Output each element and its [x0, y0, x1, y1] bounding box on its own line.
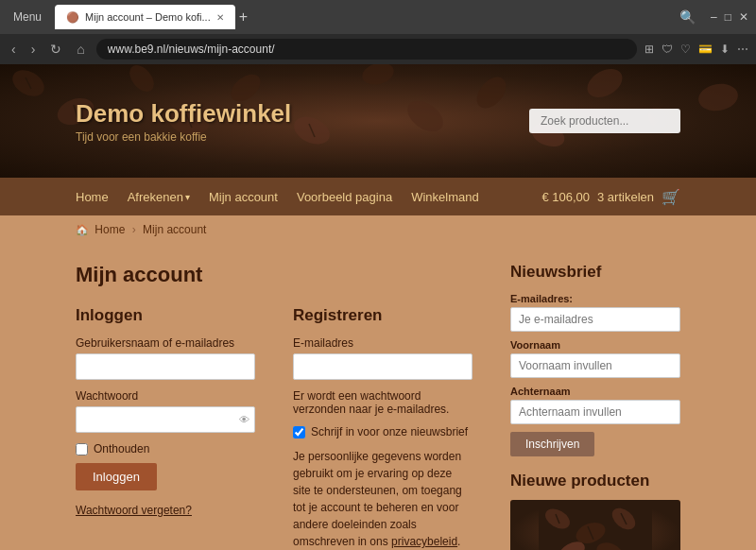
nav-mijn-account[interactable]: Mijn account: [209, 186, 278, 208]
cart-count: 3 artikelen: [597, 190, 654, 204]
search-button[interactable]: 🔍: [679, 9, 696, 25]
privacy-text-content: Je persoonlijke gegevens worden gebruikt…: [293, 450, 462, 548]
extensions-icon: ⊞: [644, 43, 654, 56]
password-label: Wachtwoord: [76, 389, 255, 403]
remember-checkbox[interactable]: [76, 443, 88, 455]
forgot-password-link[interactable]: Wachtwoord vergeten?: [76, 504, 255, 517]
breadcrumb-current: Mijn account: [143, 223, 206, 236]
nav-links: Home Afrekenen Mijn account Voorbeeld pa…: [76, 186, 479, 208]
nav-winkelmand[interactable]: Winkelmand: [411, 186, 479, 208]
sidebar-lastname-input[interactable]: [510, 400, 680, 424]
browser-controls: 🔍: [679, 9, 696, 25]
login-section: Inloggen Gebruikersnaam of e-mailadres W…: [76, 306, 255, 550]
window-controls: – □ ✕: [711, 10, 748, 24]
nav-home[interactable]: Home: [76, 186, 109, 208]
password-toggle-icon[interactable]: 👁: [239, 414, 249, 425]
svg-point-12: [696, 81, 740, 114]
back-button[interactable]: ‹: [8, 40, 20, 59]
register-email-label: E-mailadres: [293, 336, 472, 350]
privacy-text: Je persoonlijke gegevens worden gebruikt…: [293, 448, 472, 550]
maximize-button[interactable]: □: [725, 10, 731, 24]
active-tab[interactable]: 🟤 Mijn account – Demo kofi... ✕: [55, 5, 235, 29]
breadcrumb-separator: ›: [132, 223, 139, 236]
register-title: Registreren: [293, 306, 472, 325]
nav-voorbeeld[interactable]: Voorbeeld pagina: [297, 186, 392, 208]
newsletter-label: Schrijf in voor onze nieuwsbrief: [311, 425, 468, 438]
product-search-input[interactable]: [529, 109, 680, 133]
tab-bar: 🟤 Mijn account – Demo kofi... ✕ +: [55, 5, 672, 29]
password-field-group: Wachtwoord 👁: [76, 389, 255, 433]
hero-section: Demo koffiewinkel Tijd voor een bakkie k…: [0, 64, 756, 178]
tab-title: Mijn account – Demo kofi...: [85, 11, 211, 23]
privacy-link[interactable]: privacybeleid: [391, 535, 457, 548]
home-nav-button[interactable]: ⌂: [73, 40, 88, 59]
register-email-input[interactable]: [293, 353, 472, 380]
shield-icon: 🛡: [662, 43, 673, 56]
address-input[interactable]: [96, 39, 637, 60]
svg-point-7: [402, 95, 448, 137]
heart-icon: ♡: [680, 43, 691, 56]
remember-checkbox-row: Onthouden: [76, 442, 255, 455]
login-title: Inloggen: [76, 306, 255, 325]
newsletter-title: Nieuwsbrief: [510, 263, 680, 282]
product-image: [510, 500, 680, 550]
nav-afrekenen[interactable]: Afrekenen: [128, 186, 190, 208]
toolbar-icons: ⊞ 🛡 ♡ 💳 ⬇ ⋯: [644, 43, 748, 56]
left-column: Mijn account Inloggen Gebruikersnaam of …: [76, 263, 472, 550]
remember-label: Onthouden: [94, 442, 149, 455]
close-button[interactable]: ✕: [739, 10, 748, 24]
tab-favicon: 🟤: [66, 11, 79, 24]
subscribe-button[interactable]: Inschrijven: [510, 432, 594, 456]
refresh-button[interactable]: ↻: [46, 40, 65, 59]
forward-button[interactable]: ›: [27, 40, 40, 59]
main-content: Mijn account Inloggen Gebruikersnaam of …: [0, 244, 756, 550]
browser-chrome: Menu 🟤 Mijn account – Demo kofi... ✕ + 🔍…: [0, 0, 756, 34]
product-beans-svg: [539, 500, 652, 550]
password-wrapper: 👁: [76, 406, 255, 433]
breadcrumb-home[interactable]: Home: [94, 223, 125, 236]
sidebar-firstname-input[interactable]: [510, 353, 680, 378]
shop-title: Demo koffiewinkel: [76, 99, 291, 129]
register-email-group: E-mailadres: [293, 336, 472, 380]
register-section: Registreren E-mailadres Er wordt een wac…: [293, 306, 472, 550]
newsletter-checkbox-row: Schrijf in voor onze nieuwsbrief: [293, 425, 472, 438]
shop-subtitle: Tijd voor een bakkie koffie: [76, 130, 291, 144]
sidebar-email-input[interactable]: [510, 307, 680, 332]
login-button[interactable]: Inloggen: [76, 463, 157, 490]
nav-bar: Home Afrekenen Mijn account Voorbeeld pa…: [0, 178, 756, 215]
browser-menu-button[interactable]: Menu: [8, 9, 47, 26]
minimize-button[interactable]: –: [711, 10, 717, 24]
new-products-section: Nieuwe producten Nieuw! Koff: [510, 472, 680, 550]
download-icon: ⬇: [720, 43, 730, 56]
search-box: [529, 109, 680, 133]
cart-area[interactable]: € 106,00 3 artikelen 🛒: [541, 188, 680, 206]
username-field-group: Gebruikersnaam of e-mailadres: [76, 336, 255, 380]
new-products-title: Nieuwe producten: [510, 472, 680, 490]
right-sidebar: Nieuwsbrief E-mailadres: Voornaam Achter…: [510, 263, 680, 550]
sidebar-firstname-label: Voornaam: [510, 339, 680, 351]
home-icon: 🏠: [76, 224, 89, 235]
svg-point-2: [125, 64, 159, 96]
register-notice: Er wordt een wachtwoord verzonden naar j…: [293, 389, 472, 416]
product-card[interactable]: Nieuw! Koffiebonen uit Colombia: [510, 500, 680, 550]
sidebar-lastname-label: Achternaam: [510, 386, 680, 397]
username-input[interactable]: [76, 353, 255, 380]
newsletter-checkbox[interactable]: [293, 426, 305, 438]
form-columns: Inloggen Gebruikersnaam of e-mailadres W…: [76, 306, 472, 550]
hero-content: Demo koffiewinkel Tijd voor een bakkie k…: [76, 99, 291, 144]
tab-close-button[interactable]: ✕: [216, 12, 224, 23]
wallet-icon: 💳: [698, 43, 713, 56]
cart-price: € 106,00: [541, 190, 590, 204]
sidebar-email-label: E-mailadres:: [510, 293, 680, 304]
page-title: Mijn account: [76, 263, 472, 287]
newsletter-section: Nieuwsbrief E-mailadres: Voornaam Achter…: [510, 263, 680, 456]
settings-icon: ⋯: [737, 43, 748, 56]
new-tab-button[interactable]: +: [239, 9, 248, 26]
svg-point-6: [360, 64, 397, 88]
breadcrumb-bar: 🏠 Home › Mijn account: [0, 215, 756, 244]
password-input[interactable]: [76, 406, 255, 433]
cart-icon: 🛒: [662, 188, 680, 206]
svg-point-10: [582, 64, 627, 103]
svg-point-8: [472, 72, 512, 114]
address-bar-row: ‹ › ↻ ⌂ ⊞ 🛡 ♡ 💳 ⬇ ⋯: [0, 34, 756, 64]
